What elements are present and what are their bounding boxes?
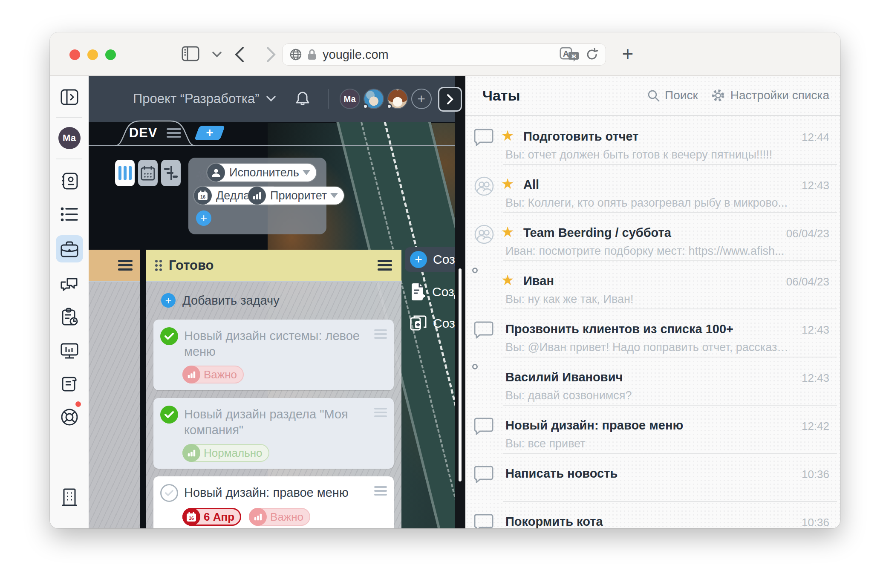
task-menu-icon[interactable] bbox=[374, 327, 387, 360]
star-icon[interactable]: ★ bbox=[501, 127, 514, 144]
column-header[interactable] bbox=[89, 250, 140, 282]
collapse-sidebar-icon[interactable] bbox=[60, 89, 79, 106]
sidebar-item-projects-briefcase[interactable] bbox=[60, 240, 79, 258]
traffic-lights bbox=[69, 49, 116, 60]
task-card[interactable]: Новый дизайн раздела "Моя компания" Норм… bbox=[153, 398, 394, 469]
sidebar-item-reports[interactable] bbox=[60, 308, 79, 326]
star-icon[interactable]: ★ bbox=[501, 175, 514, 192]
priority-badge[interactable]: Важно bbox=[182, 366, 244, 383]
member-avatar-ma[interactable]: Ма bbox=[340, 89, 360, 109]
chat-preview: Вы: Коллеги, кто опять разогревал рыбу в… bbox=[505, 196, 789, 210]
task-done-checkbox[interactable] bbox=[160, 327, 178, 345]
priority-bars-icon bbox=[248, 187, 266, 205]
chat-list-item[interactable]: Прозвонить клиентов из списка 100+ 12:43… bbox=[465, 309, 840, 357]
create-report-button[interactable]: Созда bbox=[405, 280, 455, 304]
document-plus-icon bbox=[409, 282, 426, 301]
zoom-window-button[interactable] bbox=[105, 49, 116, 60]
notifications-bell-icon[interactable] bbox=[295, 91, 310, 107]
chat-list-item[interactable]: Покормить кота 10:36 bbox=[465, 502, 840, 528]
add-filter-button[interactable]: + bbox=[196, 210, 211, 226]
support-notification-dot bbox=[75, 401, 81, 407]
project-title[interactable]: Проект “Разработка” bbox=[133, 91, 260, 107]
chat-list-item[interactable]: ★ All 12:43 Вы: Коллеги, кто опять разог… bbox=[465, 165, 840, 213]
board-plus-icon bbox=[409, 314, 427, 332]
vertical-scrollbar[interactable] bbox=[459, 268, 462, 481]
create-board-button[interactable]: Созда bbox=[405, 311, 455, 336]
sidebar-item-chats[interactable] bbox=[60, 274, 79, 292]
member-avatar-dog[interactable] bbox=[387, 89, 408, 109]
task-title: Новый дизайн раздела "Моя компания" bbox=[184, 406, 371, 438]
priority-badge[interactable]: Нормально bbox=[182, 444, 269, 462]
add-task-button[interactable]: + Добавить задачу bbox=[161, 293, 401, 308]
add-member-button[interactable]: + bbox=[411, 89, 432, 109]
star-icon[interactable]: ★ bbox=[501, 223, 514, 240]
task-todo-checkbox[interactable] bbox=[160, 484, 178, 502]
priority-badge[interactable]: Важно bbox=[249, 508, 310, 526]
expand-panel-button[interactable] bbox=[438, 87, 462, 112]
drag-handle-icon[interactable] bbox=[155, 260, 162, 271]
new-tab-button[interactable]: + bbox=[616, 42, 640, 66]
filter-assignee[interactable]: Исполнитель bbox=[207, 164, 316, 182]
create-column-button[interactable]: + Созда bbox=[405, 247, 455, 272]
gantt-icon bbox=[163, 165, 179, 181]
star-icon[interactable]: ★ bbox=[501, 271, 514, 288]
browser-sidebar-toggle-icon[interactable] bbox=[181, 45, 200, 62]
chat-list-item[interactable]: ★ Подготовить отчет 12:44 Вы: отчет долж… bbox=[465, 117, 840, 165]
chat-list-item[interactable]: Написать новость 10:36 bbox=[465, 454, 840, 502]
reload-icon[interactable] bbox=[585, 48, 599, 61]
task-card[interactable]: Новый дизайн системы: левое меню Важно bbox=[153, 320, 394, 390]
chat-list-item[interactable]: Василий Иванович 12:43 Вы: давай созвони… bbox=[465, 357, 840, 406]
back-button[interactable] bbox=[234, 46, 245, 63]
chat-time: 12:43 bbox=[802, 372, 829, 385]
task-done-checkbox[interactable] bbox=[160, 406, 178, 424]
sidebar-user-avatar[interactable]: Ма bbox=[58, 127, 81, 149]
member-avatar-cat[interactable] bbox=[364, 89, 384, 109]
column-menu-icon[interactable] bbox=[118, 258, 133, 273]
chat-search-button[interactable]: Поиск bbox=[647, 89, 698, 102]
minimize-window-button[interactable] bbox=[87, 49, 98, 60]
url-text[interactable]: yougile.com bbox=[323, 48, 560, 62]
view-calendar-button[interactable] bbox=[138, 160, 158, 186]
sidebar-item-tasks[interactable] bbox=[60, 206, 79, 222]
add-board-button[interactable]: + bbox=[194, 126, 225, 140]
kanban-column-done: Готово + Добавить задачу bbox=[146, 250, 401, 528]
column-body bbox=[89, 282, 140, 528]
sidebar-item-logs-scroll[interactable] bbox=[60, 375, 79, 393]
filter-priority[interactable]: Приоритет bbox=[248, 187, 344, 205]
view-gantt-button[interactable] bbox=[161, 160, 181, 186]
task-menu-icon[interactable] bbox=[374, 484, 387, 502]
task-card[interactable]: Новый дизайн: правое меню 16 6 Апр bbox=[153, 476, 394, 528]
task-menu-icon[interactable] bbox=[374, 406, 387, 438]
browser-window: yougile.com A ж + bbox=[50, 32, 840, 528]
board-tab-dev[interactable]: DEV bbox=[114, 120, 196, 146]
column-header[interactable]: Готово bbox=[146, 250, 401, 282]
app-sidebar: Ма bbox=[50, 76, 89, 528]
column-title[interactable]: Готово bbox=[169, 258, 378, 273]
sidebar-item-dashboard[interactable] bbox=[60, 342, 79, 360]
svg-text:16: 16 bbox=[189, 516, 194, 521]
chat-preview: Вы: отчет должен быть готов к вечеру пят… bbox=[505, 148, 789, 161]
chat-list-item[interactable]: ★ Team Beerding / суббота 06/04/23 Иван:… bbox=[465, 213, 840, 261]
svg-text:ж: ж bbox=[571, 52, 576, 59]
chat-list-item[interactable]: Новый дизайн: правое меню 12:42 Вы: все … bbox=[465, 406, 840, 454]
priority-bars-icon bbox=[182, 366, 200, 383]
close-window-button[interactable] bbox=[69, 49, 80, 60]
sidebar-item-contacts[interactable] bbox=[60, 172, 79, 190]
tab-label[interactable]: DEV bbox=[129, 125, 158, 141]
translate-icon[interactable]: A ж bbox=[560, 47, 579, 62]
deadline-badge[interactable]: 16 6 Апр bbox=[182, 508, 241, 526]
tab-menu-icon[interactable] bbox=[167, 126, 181, 140]
sidebar-item-support-lifebuoy[interactable] bbox=[60, 407, 79, 427]
dog-avatar bbox=[474, 272, 494, 293]
view-columns-button[interactable] bbox=[115, 160, 135, 186]
project-caret-icon[interactable] bbox=[266, 96, 276, 102]
screenshot-stage: yougile.com A ж + bbox=[0, 0, 883, 588]
chevron-down-icon[interactable] bbox=[212, 51, 222, 58]
chat-list-item[interactable]: ★ Иван 06/04/23 Вы: ну как же так, Иван! bbox=[465, 261, 840, 309]
forward-button[interactable] bbox=[265, 46, 277, 63]
sidebar-item-company-building[interactable] bbox=[60, 487, 79, 507]
address-bar[interactable]: yougile.com A ж bbox=[282, 43, 606, 66]
column-menu-icon[interactable] bbox=[378, 258, 392, 273]
plus-icon: + bbox=[410, 251, 427, 268]
chat-list-settings-button[interactable]: Настройки списка bbox=[711, 88, 829, 103]
